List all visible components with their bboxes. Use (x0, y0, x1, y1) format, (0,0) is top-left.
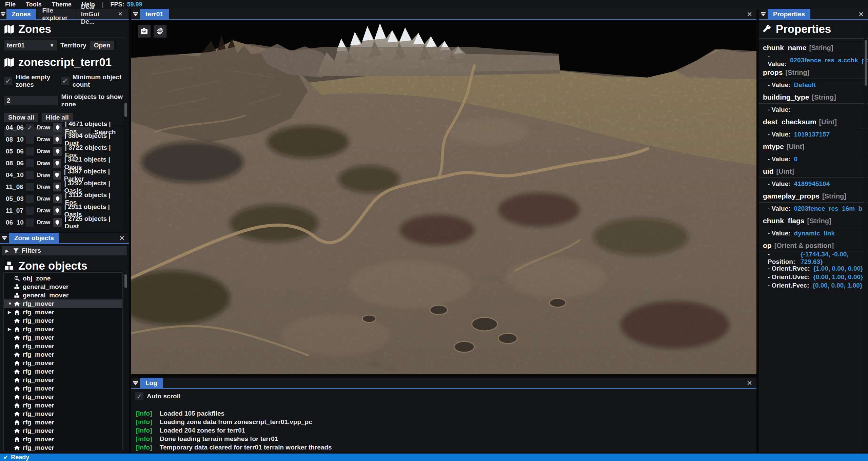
zone-draw-checkbox[interactable] (26, 159, 34, 167)
map-marker-icon (55, 149, 60, 154)
tree-item-rfg_mover[interactable]: rfg_mover (4, 316, 122, 325)
hide-empty-zones-checkbox[interactable]: ✓ (4, 77, 12, 85)
zone-locate-button[interactable] (53, 147, 62, 156)
zone-locate-button[interactable] (53, 171, 61, 180)
filters-header[interactable]: ▶ Filters (2, 246, 127, 255)
tree-item-label: rfg_mover (23, 309, 54, 316)
zone-draw-checkbox[interactable]: ✓ (26, 124, 34, 132)
log-entry: [info]Done loading terrain meshes for te… (136, 435, 752, 443)
zone-locate-button[interactable] (53, 135, 61, 144)
tree-item-rfg_mover[interactable]: rfg_mover (4, 393, 122, 401)
tree-item-rfg_mover[interactable]: rfg_mover (4, 350, 122, 359)
collapse-arrow-icon[interactable] (759, 9, 768, 19)
tree-item-rfg_mover[interactable]: rfg_mover (4, 376, 122, 384)
open-button[interactable]: Open (90, 41, 115, 50)
tree-item-rfg_mover[interactable]: rfg_mover (4, 359, 122, 367)
tree-item-rfg_mover[interactable]: rfg_mover (4, 342, 122, 350)
territory-combo[interactable]: terr01 ▼ (4, 40, 57, 50)
zone-locate-button[interactable] (53, 123, 62, 132)
log-entries[interactable]: [info]Loaded 105 packfiles[info]Loading … (134, 405, 754, 451)
tab-zones[interactable]: Zones (6, 9, 36, 19)
collapse-arrow-icon[interactable] (131, 378, 140, 388)
close-icon[interactable]: ✕ (747, 9, 752, 19)
house-icon (14, 309, 20, 315)
tree-item-rfg_mover[interactable]: rfg_mover (4, 418, 122, 426)
zone-draw-checkbox[interactable] (26, 218, 34, 227)
screenshot-button[interactable] (138, 25, 151, 38)
zone-locate-button[interactable] (53, 218, 61, 227)
collapse-arrow-icon[interactable] (0, 9, 6, 19)
tree-item-rfg_mover[interactable]: rfg_mover (4, 384, 122, 393)
tab-terr01[interactable]: terr01 (140, 9, 169, 19)
zone-draw-checkbox[interactable] (26, 207, 34, 215)
house-icon (14, 445, 20, 451)
tree-item-rfg_mover[interactable]: rfg_mover (4, 435, 122, 443)
zones-scrollbar[interactable] (124, 102, 127, 232)
log-level: [info] (136, 427, 155, 434)
auto-scroll-checkbox[interactable]: ✓ (135, 392, 143, 400)
property-group-mtype: mtype[Uint]- Value:0 (759, 141, 868, 165)
tree-item-rfg_mover[interactable]: rfg_mover (4, 401, 122, 410)
tree-item-rfg_mover[interactable]: rfg_mover (4, 426, 122, 435)
tree-item-rfg_mover[interactable]: rfg_mover (4, 443, 122, 451)
tree-item-general_mover[interactable]: general_mover (4, 291, 122, 299)
tab-zone-objects[interactable]: Zone objects (9, 233, 59, 243)
close-icon[interactable]: ✕ (858, 9, 864, 19)
zone-draw-checkbox[interactable] (26, 135, 34, 144)
render-settings-button[interactable] (154, 25, 166, 38)
cubes-icon (14, 284, 21, 290)
hide-all-button[interactable]: Hide all (42, 113, 73, 122)
tree-item-rfg_mover[interactable]: ▶rfg_mover (4, 308, 122, 316)
tree-item-rfg_mover[interactable]: ▶rfg_mover (4, 325, 122, 333)
collapse-arrow-icon[interactable] (131, 9, 140, 19)
tab-log[interactable]: Log (140, 378, 163, 388)
zone-name: 04_06 (6, 124, 22, 131)
close-icon[interactable]: ✕ (119, 233, 125, 243)
tree-item-general_mover[interactable]: general_mover (4, 282, 122, 291)
zone-locate-button[interactable] (53, 206, 61, 215)
zone-objects-scrollbar[interactable] (124, 274, 127, 450)
zone-row[interactable]: 06_10Draw| 2725 objects | Dust (0, 216, 123, 228)
property-type: [String] (785, 69, 809, 77)
log-message: Loaded 204 zones for terr01 (155, 427, 245, 434)
minimum-object-count-checkbox[interactable]: ✓ (61, 77, 69, 85)
tree-item-label: general_mover (23, 283, 68, 291)
zone-draw-label: Draw (37, 148, 50, 154)
tree-item-obj_zone[interactable]: obj_zone (4, 274, 122, 282)
collapse-arrow-icon[interactable] (0, 233, 9, 243)
map-icon (4, 24, 14, 34)
zone-locate-button[interactable] (53, 159, 61, 168)
zone-objects-title: Zone objects (0, 257, 129, 274)
show-all-button[interactable]: Show all (4, 113, 38, 122)
zone-locate-button[interactable] (53, 183, 61, 191)
property-name: op (763, 242, 772, 250)
chevron-right-icon[interactable]: ▶ (8, 310, 13, 315)
zone-name: 11_06 (6, 183, 22, 191)
tree-item-rfg_mover[interactable]: rfg_mover (4, 410, 122, 418)
min-objects-input[interactable]: 2 (4, 96, 58, 105)
tab-dear-imgui-demo[interactable]: Dear ImGui De...✕ (76, 9, 128, 19)
chevron-right-icon[interactable]: ▶ (8, 327, 13, 332)
tree-item-rfg_mover[interactable]: rfg_mover (4, 367, 122, 376)
tree-item-rfg_mover[interactable]: ▼rfg_mover (4, 299, 122, 308)
terrain-scene[interactable] (131, 20, 756, 374)
close-icon[interactable]: ✕ (118, 11, 123, 18)
tree-item-label: rfg_mover (23, 326, 54, 333)
properties-scrollbar[interactable] (864, 24, 867, 450)
close-icon[interactable]: ✕ (747, 378, 752, 388)
property-value-row: - Value: (759, 103, 868, 116)
tab-file-explorer[interactable]: File explorer (37, 9, 75, 19)
zone-locate-button[interactable] (53, 194, 62, 203)
menu-file[interactable]: File (0, 1, 21, 8)
log-entry: [info]Loaded 204 zones for terr01 (136, 426, 752, 435)
cubes-icon (4, 261, 14, 271)
minimum-object-count-label: Minimum object count (73, 74, 125, 88)
zone-draw-checkbox[interactable] (26, 183, 34, 191)
zone-draw-checkbox[interactable] (26, 147, 34, 155)
zone-draw-checkbox[interactable] (26, 195, 34, 203)
chevron-down-icon[interactable]: ▼ (8, 301, 13, 306)
zone-draw-checkbox[interactable] (26, 171, 34, 179)
tab-properties[interactable]: Properties (768, 9, 810, 19)
tree-item-rfg_mover[interactable]: rfg_mover (4, 333, 122, 342)
property-name: dest_checksum (763, 118, 816, 126)
